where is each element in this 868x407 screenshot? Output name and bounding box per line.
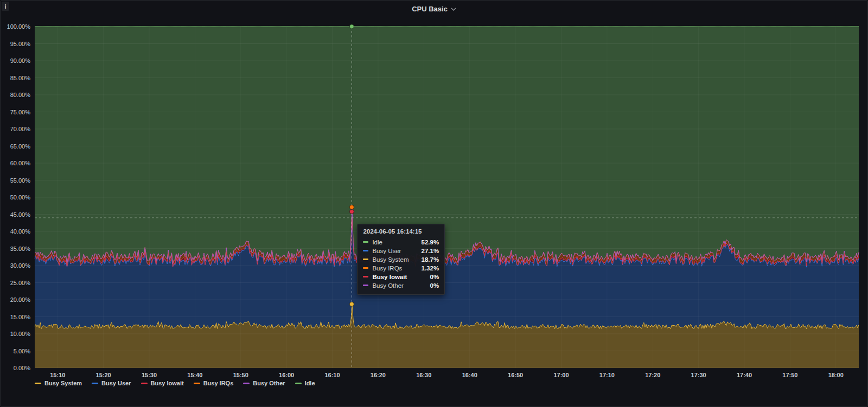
cursor-dot-busy-iowait [349,209,354,214]
y-axis-label: 10.00% [10,331,31,337]
y-axis-label: 25.00% [10,280,31,286]
x-axis-label: 17:40 [737,372,752,378]
legend-item-busy-iowait[interactable]: Busy Iowait [141,380,184,386]
info-icon-glyph: i [4,3,6,10]
x-axis-label: 15:20 [96,372,111,378]
y-axis-label: 60.00% [10,160,31,166]
cpu-usage-chart[interactable]: 0.00%5.00%10.00%15.00%20.00%25.00%30.00%… [1,1,868,407]
y-axis-label: 100.00% [7,23,31,30]
legend-label: Busy Other [253,380,285,386]
y-axis-label: 20.00% [10,296,31,303]
area-idle [35,27,859,264]
y-axis-label: 45.00% [10,211,31,218]
y-axis-label: 50.00% [10,194,31,201]
x-axis-label: 15:10 [50,372,65,378]
cursor-dot-busy-system [349,302,354,306]
series-color-icon [35,383,41,384]
cpu-basic-panel: i CPU Basic 0.00%5.00%10.00%15.00%20.00%… [0,0,868,407]
x-axis-label: 17:10 [599,372,615,378]
panel-header[interactable]: CPU Basic [1,1,867,17]
legend-item-busy-irqs[interactable]: Busy IRQs [194,380,234,386]
x-axis-label: 16:00 [279,372,294,378]
y-axis-label: 5.00% [14,348,30,354]
legend-label: Busy User [101,380,131,386]
series-color-icon [92,383,98,384]
x-axis-label: 17:30 [691,372,706,378]
x-axis-label: 18:00 [828,372,844,378]
y-axis-label: 40.00% [10,228,31,235]
cursor-dot-idle [349,24,354,29]
y-axis-label: 35.00% [10,246,31,252]
legend-label: Busy System [44,380,82,386]
x-axis-label: 15:40 [187,372,202,378]
legend: Busy SystemBusy UserBusy IowaitBusy IRQs… [35,380,315,386]
x-axis-label: 16:10 [324,372,340,378]
x-axis-label: 15:50 [233,372,248,378]
legend-label: Busy IRQs [203,380,234,386]
cursor-dot-busy-irqs [349,205,354,209]
chevron-down-icon [451,8,456,11]
series-color-icon [243,383,250,384]
y-axis-label: 95.00% [10,41,31,47]
panel-title[interactable]: CPU Basic [412,5,448,13]
legend-item-idle[interactable]: Idle [295,380,315,386]
grid [35,27,859,368]
x-axis-label: 17:00 [553,372,569,378]
y-axis-label: 55.00% [10,177,31,184]
x-axis-label: 15:30 [142,372,157,378]
x-axis-label: 16:40 [462,372,477,378]
x-axis-label: 16:50 [508,372,523,378]
x-axis-label: 16:20 [371,372,386,378]
legend-item-busy-user[interactable]: Busy User [92,380,131,386]
y-axis-label: 90.00% [10,57,31,64]
y-axis-label: 70.00% [10,126,31,132]
legend-item-busy-other[interactable]: Busy Other [243,380,285,386]
y-axis-label: 15.00% [10,314,31,320]
series-color-icon [141,383,148,384]
y-axis-label: 75.00% [10,109,31,115]
y-axis-label: 80.00% [10,92,31,98]
x-axis-label: 17:20 [645,372,660,378]
y-axis-label: 85.00% [10,75,31,81]
legend-label: Idle [305,380,315,386]
x-axis-label: 16:30 [416,372,431,378]
y-axis-label: 0.00% [14,365,30,371]
series-color-icon [295,383,302,384]
legend-item-busy-system[interactable]: Busy System [35,380,82,386]
series-color-icon [194,383,200,384]
panel-info-icon[interactable]: i [2,2,9,11]
y-axis-label: 65.00% [10,143,31,150]
legend-label: Busy Iowait [151,380,184,386]
x-axis-label: 17:50 [782,372,797,378]
y-axis-label: 30.00% [10,262,31,269]
